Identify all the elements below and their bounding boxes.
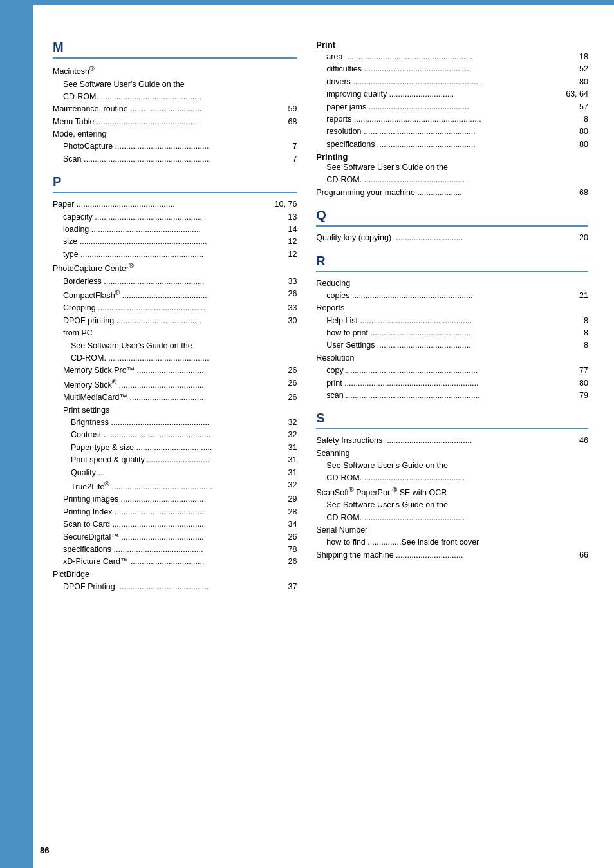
top-bar xyxy=(0,0,614,5)
list-item: resolution .............................… xyxy=(316,126,588,138)
list-item: how to find ...............See inside fr… xyxy=(316,536,588,549)
list-item: Memory Stick Pro™ ......................… xyxy=(53,364,297,377)
list-item: Brightness .............................… xyxy=(53,417,297,429)
list-item: Cropping ...............................… xyxy=(53,302,297,314)
list-item: CompactFlash® ..........................… xyxy=(53,288,297,303)
column-right: Print area .............................… xyxy=(310,31,588,842)
printing-heading: Printing xyxy=(316,152,588,162)
list-item: MultiMediaCard™ ........................… xyxy=(53,392,297,404)
list-item: specifications .........................… xyxy=(53,543,297,556)
list-item: ScanSoft® PaperPort® SE with OCR xyxy=(316,485,588,500)
list-item: See Software User's Guide on the xyxy=(316,162,588,174)
section-s-divider xyxy=(316,428,588,429)
section-q-header: Q xyxy=(316,208,588,223)
list-item: Contrast ...............................… xyxy=(53,429,297,441)
list-item: reports ................................… xyxy=(316,113,588,126)
section-m: M Macintosh® See Software User's Guide o… xyxy=(53,40,297,165)
list-item: Print speed & quality ..................… xyxy=(53,454,297,466)
list-item: CD-ROM. ................................… xyxy=(53,91,297,103)
list-item: Paper ..................................… xyxy=(53,198,297,211)
list-item: difficulties ...........................… xyxy=(316,63,588,75)
list-item: Macintosh® xyxy=(53,64,297,79)
section-r: R Reducing copies ......................… xyxy=(316,254,588,402)
list-item: specifications .........................… xyxy=(316,138,588,151)
list-item: Printing images ........................… xyxy=(53,493,297,505)
list-item: Quality ... 31 xyxy=(53,467,297,479)
section-r-header: R xyxy=(316,254,588,269)
list-item: See Software User's Guide on the xyxy=(53,79,297,91)
list-item: PhotoCapture ...........................… xyxy=(53,140,297,153)
list-item: See Software User's Guide on the xyxy=(316,499,588,511)
list-item: improving quality ......................… xyxy=(316,88,588,100)
list-item: Scan to Card ...........................… xyxy=(53,518,297,531)
list-item: paper jams .............................… xyxy=(316,101,588,113)
list-item: Help List ..............................… xyxy=(316,315,588,327)
list-item: Maintenance, routine ...................… xyxy=(53,103,297,115)
section-print: Print area .............................… xyxy=(316,40,588,199)
list-item: Menu Table .............................… xyxy=(53,116,297,128)
list-item: capacity ...............................… xyxy=(53,211,297,223)
list-item: CD-ROM. ................................… xyxy=(316,472,588,484)
list-item: CD-ROM. ................................… xyxy=(316,512,588,524)
list-item: Reducing xyxy=(316,278,588,290)
section-r-divider xyxy=(316,271,588,272)
list-item: Memory Stick® ..........................… xyxy=(53,377,297,392)
list-item: Safety Instructions ....................… xyxy=(316,435,588,447)
column-left: M Macintosh® See Software User's Guide o… xyxy=(53,31,310,842)
list-item: Borderless .............................… xyxy=(53,276,297,288)
content-area: M Macintosh® See Software User's Guide o… xyxy=(33,5,614,868)
list-item: Printing Index .........................… xyxy=(53,506,297,518)
list-item: from PC xyxy=(53,327,297,339)
section-q-divider xyxy=(316,225,588,227)
list-item: copies .................................… xyxy=(316,290,588,302)
list-item: xD-Picture Card™ .......................… xyxy=(53,556,297,568)
section-p: P Paper ................................… xyxy=(53,175,297,593)
list-item: type ...................................… xyxy=(53,249,297,261)
print-heading: Print xyxy=(316,40,588,50)
list-item: Serial Number xyxy=(316,524,588,536)
list-item: See Software User's Guide on the xyxy=(316,460,588,472)
section-s: S Safety Instructions ..................… xyxy=(316,411,588,561)
page-number: 86 xyxy=(33,845,49,855)
list-item: loading ................................… xyxy=(53,223,297,236)
list-item: CD-ROM. ................................… xyxy=(316,174,588,186)
list-item: Reports xyxy=(316,302,588,314)
list-item: True2Life® .............................… xyxy=(53,479,297,494)
list-item: CD-ROM. ................................… xyxy=(53,352,297,364)
list-item: scan ...................................… xyxy=(316,390,588,402)
list-item: Shipping the machine ...................… xyxy=(316,549,588,561)
list-item: Scan ...................................… xyxy=(53,153,297,165)
two-column-layout: M Macintosh® See Software User's Guide o… xyxy=(53,31,588,842)
list-item: SecureDigital™ .........................… xyxy=(53,531,297,543)
list-item: Print settings xyxy=(53,404,297,417)
list-item: Mode, entering xyxy=(53,128,297,140)
section-p-divider xyxy=(53,192,297,193)
list-item: how to print ...........................… xyxy=(316,327,588,339)
list-item: Resolution xyxy=(316,352,588,364)
list-item: Quality key (copying) ..................… xyxy=(316,232,588,244)
list-item: Scanning xyxy=(316,448,588,460)
list-item: User Settings ..........................… xyxy=(316,339,588,352)
list-item: PictBridge xyxy=(53,569,297,581)
list-item: Paper type & size ......................… xyxy=(53,442,297,454)
section-q: Q Quality key (copying) ................… xyxy=(316,208,588,244)
left-strip xyxy=(0,0,33,868)
list-item: drivers ................................… xyxy=(316,76,588,88)
list-item: DPOF printing ..........................… xyxy=(53,315,297,327)
list-item: PhotoCapture Center® xyxy=(53,261,297,276)
list-item: print ..................................… xyxy=(316,377,588,390)
section-p-header: P xyxy=(53,175,297,189)
page: M Macintosh® See Software User's Guide o… xyxy=(0,0,614,868)
list-item: copy ...................................… xyxy=(316,364,588,377)
section-m-header: M xyxy=(53,40,297,55)
list-item: Programming your machine ...............… xyxy=(316,187,588,199)
list-item: DPOF Printing ..........................… xyxy=(53,581,297,593)
list-item: size ...................................… xyxy=(53,236,297,248)
section-s-header: S xyxy=(316,411,588,426)
section-m-divider xyxy=(53,57,297,59)
list-item: area ...................................… xyxy=(316,51,588,63)
list-item: See Software User's Guide on the xyxy=(53,340,297,352)
